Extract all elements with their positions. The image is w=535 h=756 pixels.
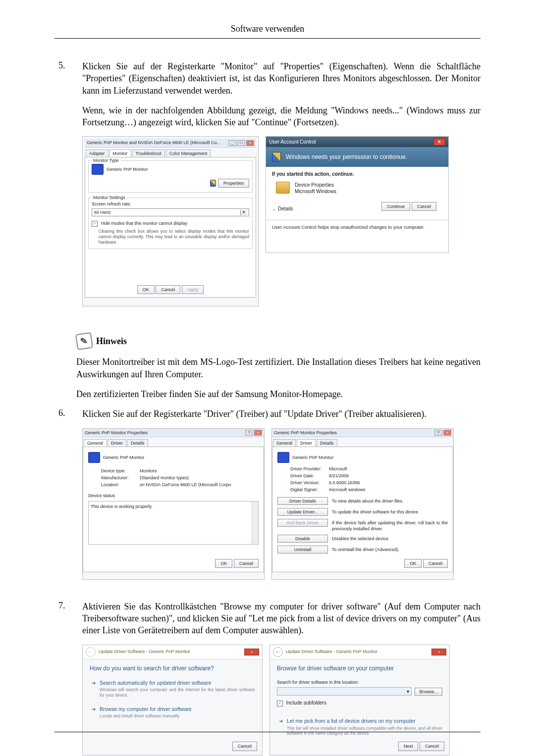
wizard-titlebar: ← Update Driver Software - Generic PnP M…: [83, 645, 262, 659]
driver-date-value: 6/21/2006: [329, 473, 450, 479]
option-search-automatically[interactable]: ➔ Search automatically for updated drive…: [92, 679, 255, 698]
properties-button[interactable]: Properties: [218, 179, 249, 188]
group-title: Monitor Settings: [92, 195, 127, 201]
update-driver-desc: To update the driver software for this d…: [332, 508, 448, 515]
digital-signer-label: Digital Signer:: [290, 487, 329, 493]
update-driver-wizard-search: ← Update Driver Software - Generic PnP M…: [82, 645, 263, 756]
cancel-button[interactable]: Cancel: [420, 742, 444, 751]
option-let-me-pick[interactable]: ➔ Let me pick from a list of device driv…: [279, 717, 442, 736]
cancel-button[interactable]: Cancel: [232, 742, 257, 751]
step-number: 5.: [54, 60, 82, 315]
window-title: Generic PnP Monitor Properties: [274, 430, 337, 436]
scrollbar[interactable]: [252, 502, 258, 544]
continue-button[interactable]: Continue: [381, 202, 410, 211]
uac-program-publisher: Microsoft Windows: [295, 188, 336, 195]
rollback-driver-button[interactable]: Roll Back Driver: [277, 519, 328, 527]
tab-monitor[interactable]: Monitor: [109, 150, 131, 157]
device-status-label: Device status: [88, 493, 259, 499]
tab-troubleshoot[interactable]: Troubleshoot: [132, 150, 165, 157]
close-button[interactable]: ×: [443, 430, 451, 436]
close-button[interactable]: ×: [246, 140, 254, 146]
cancel-button[interactable]: Cancel: [412, 202, 436, 211]
step6-paragraph: Klicken Sie auf der Registerkarte "Drive…: [82, 408, 481, 420]
window-title: User Account Control: [269, 139, 316, 146]
help-button[interactable]: ?: [245, 430, 253, 436]
tab-driver[interactable]: Driver: [107, 439, 126, 447]
digital-signer-value: microsoft windows: [329, 487, 450, 493]
step5-screenshots: Generic PnP Monitor and NVIDIA GeForce 6…: [82, 136, 481, 306]
uninstall-button[interactable]: Uninstall: [277, 546, 328, 554]
shield-icon: [272, 152, 281, 162]
details-toggle[interactable]: Details: [278, 205, 293, 212]
ok-button[interactable]: OK: [215, 559, 232, 568]
document-page: Software verwenden 5. Klicken Sie auf de…: [0, 0, 535, 756]
monitor-settings-group: Monitor Settings Screen refresh rate: 60…: [88, 198, 253, 249]
note-icon: ✎: [75, 332, 93, 350]
uac-body: If you started this action, continue. De…: [266, 167, 448, 220]
hide-modes-note: Clearing this check box allows you to se…: [99, 229, 249, 245]
device-type-label: Device type:: [101, 468, 140, 474]
minimize-button[interactable]: _: [228, 140, 236, 146]
breadcrumb: Update Driver Software - Generic PnP Mon…: [99, 649, 190, 655]
tab-color-management[interactable]: Color Management: [166, 150, 211, 157]
monitor-icon: [88, 452, 100, 463]
manufacturer-label: Manufacturer:: [101, 475, 140, 481]
device-type-value: Monitors: [140, 468, 261, 474]
cancel-button[interactable]: Cancel: [234, 559, 259, 568]
search-location-label: Search for driver software in this locat…: [277, 679, 442, 685]
close-button[interactable]: ×: [431, 649, 446, 655]
step-6: 6. Klicken Sie auf der Registerkarte "Dr…: [54, 408, 481, 588]
step-number: 6.: [54, 408, 82, 588]
window-title: Generic PnP Monitor Properties: [85, 430, 148, 436]
back-arrow-icon[interactable]: ←: [86, 647, 96, 657]
tab-adapter[interactable]: Adapter: [86, 150, 108, 157]
tab-details[interactable]: Details: [317, 439, 337, 447]
step-7: 7. Aktivieren Sie das Kontrollkästchen "…: [54, 601, 481, 756]
maximize-button[interactable]: □: [237, 140, 245, 146]
driver-details-desc: To view details about the driver files.: [332, 497, 448, 504]
hide-modes-label: Hide modes that this monitor cannot disp…: [101, 221, 188, 226]
step-body: Klicken Sie auf der Registerkarte "Drive…: [82, 408, 481, 588]
arrow-icon: ➔: [92, 680, 96, 698]
disable-button[interactable]: Disable: [277, 535, 328, 543]
back-arrow-icon[interactable]: ←: [273, 647, 283, 657]
next-button[interactable]: Next: [398, 742, 419, 751]
tab-details[interactable]: Details: [127, 439, 148, 447]
monitor-name: Generic PnP Monitor: [107, 166, 148, 172]
driver-date-label: Driver Date:: [290, 473, 329, 479]
tab-driver[interactable]: Driver: [297, 439, 316, 447]
update-driver-button[interactable]: Update Driver...: [277, 508, 328, 516]
tab-general[interactable]: General: [84, 439, 107, 447]
path-combobox[interactable]: ▾: [277, 687, 412, 696]
cancel-button[interactable]: Cancel: [156, 285, 180, 294]
driver-details-button[interactable]: Driver Details: [277, 497, 328, 505]
refresh-rate-label: Screen refresh rate:: [92, 201, 249, 207]
close-button[interactable]: ×: [244, 649, 259, 655]
tabbar: Adapter Monitor Troubleshoot Color Manag…: [86, 150, 256, 157]
include-subfolders-checkbox[interactable]: ✓: [277, 701, 283, 706]
option-browse-computer[interactable]: ➔ Browse my computer for driver software…: [92, 706, 255, 719]
rollback-driver-desc: If the device fails after updating the d…: [332, 519, 448, 532]
browse-button[interactable]: Browse...: [415, 688, 442, 696]
ok-button[interactable]: OK: [404, 559, 422, 568]
option-heading: Let me pick from a list of device driver…: [287, 717, 442, 724]
page-header-title: Software verwenden: [54, 24, 481, 38]
close-button[interactable]: ×: [433, 138, 445, 146]
uac-program-item: Device Properties Microsoft Windows: [276, 182, 442, 195]
help-button[interactable]: ?: [434, 430, 442, 436]
disable-desc: Disables the selected device.: [332, 535, 448, 542]
chevron-down-icon: ▾: [240, 210, 247, 215]
tab-general[interactable]: General: [273, 439, 296, 447]
program-icon: [276, 182, 290, 194]
ok-button[interactable]: OK: [137, 285, 155, 294]
hide-modes-checkbox[interactable]: ✓: [92, 221, 98, 227]
apply-button[interactable]: Apply: [182, 285, 204, 294]
close-button[interactable]: ×: [254, 430, 262, 436]
monitor-icon: [92, 164, 104, 175]
cancel-button[interactable]: Cancel: [423, 559, 448, 568]
refresh-rate-select[interactable]: 60 Hertz ▾: [92, 208, 249, 216]
monitor-type-group: Monitor Type Generic PnP Monitor Pro: [88, 160, 253, 193]
tab-panel: Monitor Type Generic PnP Monitor Pro: [85, 157, 256, 298]
driver-props-general-window: Generic PnP Monitor Properties ?× Genera…: [82, 428, 265, 580]
monitor-name: Generic PnP Monitor: [292, 454, 333, 460]
